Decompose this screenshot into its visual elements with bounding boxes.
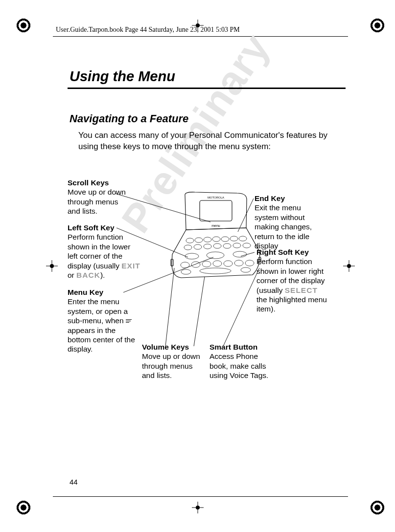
svg-point-27 [181,269,191,274]
callout-title: Right Soft Key [256,248,309,256]
svg-point-24 [224,261,232,266]
registration-mark-icon [370,18,385,33]
callout-desc: Move up or down through menus and lists. [142,352,200,379]
svg-point-16 [243,243,251,248]
registration-mark-icon [16,18,31,33]
svg-point-10 [184,245,192,250]
svg-point-13 [213,244,221,248]
intro-text: You can access many of your Personal Com… [78,130,344,153]
svg-point-17 [185,253,199,259]
callout-desc: Exit the menu system without making chan… [255,203,312,250]
diagram: MOTOROLA menu [68,174,347,409]
callout-left-soft-key: Left Soft Key Perform function shown in … [68,223,141,280]
callout-right-soft-key: Right Soft Key Perform function shown in… [256,247,329,314]
crop-line [53,496,348,497]
callout-title: Volume Keys [142,343,189,351]
svg-point-28 [200,268,231,274]
callout-title: Left Soft Key [68,223,115,232]
registration-mark-icon [370,500,385,515]
svg-point-18 [207,252,224,259]
svg-point-25 [234,260,243,266]
callout-scroll-keys: Scroll Keys Move up or down through menu… [68,178,130,216]
svg-rect-0 [200,200,232,221]
svg-point-20 [181,262,189,268]
crosshair-icon [192,502,204,513]
svg-point-8 [230,236,238,241]
page-title: Using the Menu [70,68,344,85]
svg-point-4 [195,238,203,243]
svg-point-19 [233,251,247,257]
page-number: 44 [70,478,78,486]
menu-glyph-icon [126,319,132,324]
svg-point-5 [204,237,211,242]
svg-point-23 [213,261,222,266]
svg-point-26 [245,260,254,266]
crosshair-icon [46,260,58,272]
section-heading: Navigating to a Feature [70,112,344,125]
svg-point-15 [233,243,241,248]
svg-point-11 [194,244,202,249]
svg-point-21 [191,262,200,267]
svg-point-6 [212,237,220,242]
registration-mark-icon [16,500,31,515]
callout-desc: Access Phone book, make calls using Voic… [209,352,268,379]
svg-text:MOTOROLA: MOTOROLA [208,196,224,199]
callout-desc: Perform function shown in the lower left… [68,233,140,279]
callout-smart-button: Smart Button Access Phone book, make cal… [209,342,278,380]
crop-line [53,36,348,37]
svg-point-22 [202,261,211,267]
callout-desc: Perform function shown in lower right co… [256,257,327,313]
callout-desc: Enter the menu system, or open a sub-men… [68,297,135,353]
callout-title: End Key [255,194,285,202]
svg-point-9 [239,236,247,241]
svg-point-7 [221,237,229,242]
callout-volume-keys: Volume Keys Move up or down through menu… [142,342,207,380]
callout-title: Smart Button [209,343,257,351]
callout-end-key: End Key Exit the menu system without mak… [255,194,319,250]
svg-text:menu: menu [211,224,220,227]
callout-title: Scroll Keys [68,178,109,187]
heading-rule [68,88,346,89]
svg-point-14 [223,244,231,248]
callout-title: Menu Key [68,288,103,296]
device-illustration: MOTOROLA menu [170,191,261,298]
svg-point-3 [186,238,194,243]
svg-point-12 [204,244,211,249]
callout-menu-key: Menu Key Enter the menu system, or open … [68,288,139,354]
callout-desc: Move up or down through menus and lists. [68,188,126,215]
svg-point-29 [241,267,251,272]
page-header: User.Guide.Tarpon.book Page 44 Saturday,… [56,26,240,34]
